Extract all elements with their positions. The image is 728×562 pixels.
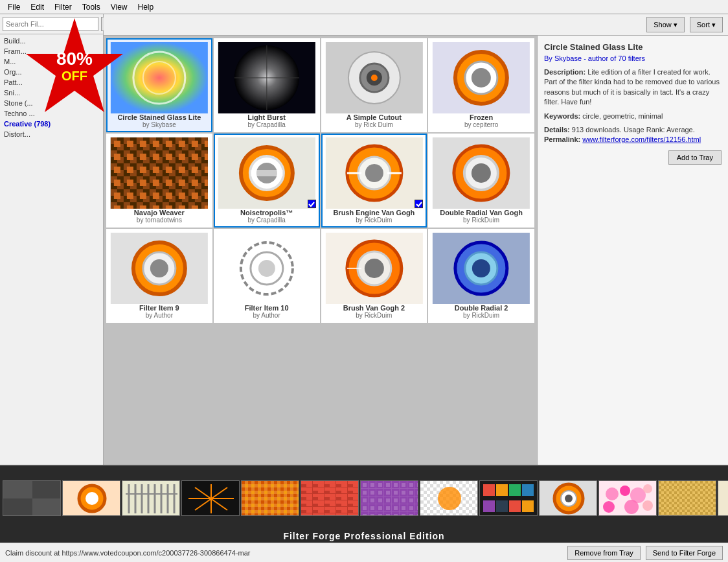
filter-author-9: by Author [218,312,316,319]
filter-item-7[interactable]: Double Radial Van Gogh by RickDuim [428,134,534,228]
tray-item-3[interactable] [181,480,240,516]
send-to-filter-forge-button[interactable]: Send to Filter Forge [646,546,723,560]
content-toolbar: Show ▾ Sort ▾ [104,14,728,36]
grid-and-right: Circle Stained Glass Lite by Skybase [104,36,728,465]
svg-rect-94 [496,484,508,496]
tray-item-11[interactable] [658,480,716,516]
tray: Filter Forge Professional Edition [0,465,728,543]
search-input[interactable] [3,17,98,31]
tray-item-7[interactable] [420,480,478,516]
filter-name-9: Filter Item 10 [218,304,316,312]
sidebar-item-fram[interactable]: Fram... [1,46,102,56]
detail-title: Circle Stained Glass Lite [544,42,722,52]
filter-checkbox-6[interactable] [415,200,423,208]
filter-name-3: Frozen [432,113,530,121]
filter-grid-scroll[interactable]: Circle Stained Glass Lite by Skybase [104,36,537,465]
menu-bar: File Edit Filter Tools View Help [0,0,728,14]
svg-point-104 [565,495,573,502]
svg-rect-21 [111,137,208,209]
filter-item-2[interactable]: A Simple Cutout by Rick Duim [321,38,427,132]
sidebar-item-creative[interactable]: Creative (798) [1,119,102,129]
keywords-label: Keywords: [544,112,580,120]
svg-point-15 [472,68,491,88]
filter-item-1[interactable]: Light Burst by Crapadilla [214,38,320,132]
menu-edit[interactable]: Edit [25,1,49,13]
filter-item-6[interactable]: Brush Engine Van Gogh by RickDuim [321,134,427,228]
status-bar: Claim discount at https://www.votedcoupo… [0,543,728,562]
menu-view[interactable]: View [106,1,133,13]
description-label: Description: [544,68,586,76]
sidebar: Find Build... Fram... M... Org... Patt..… [0,14,104,465]
svg-rect-96 [522,484,534,496]
svg-point-40 [150,259,168,277]
filter-item-4[interactable]: Navajo Weaver by tornadotwins [106,134,212,228]
svg-point-30 [365,164,383,182]
filter-author-6: by RickDuim [325,217,424,224]
sidebar-item-distort[interactable]: Distort... [1,129,102,139]
menu-filter[interactable]: Filter [49,1,77,13]
filter-item-0[interactable]: Circle Stained Glass Lite by Skybase [106,38,212,132]
remove-from-tray-button[interactable]: Remove from Tray [567,546,640,560]
filter-name-0: Circle Stained Glass Lite [110,113,209,121]
tray-item-10[interactable] [598,480,657,516]
tray-item-8[interactable] [479,480,538,516]
tray-label: Filter Forge Professional Edition [0,530,728,543]
status-text: Claim discount at https://www.votedcoupo… [5,549,562,557]
tray-item-5[interactable] [301,480,359,516]
svg-rect-26 [251,170,283,176]
svg-rect-97 [483,500,495,512]
sidebar-item-org[interactable]: Org... [1,67,102,77]
filter-author-2: by Rick Duim [325,121,424,128]
tray-item-2[interactable] [122,480,180,516]
filter-item-8[interactable]: Filter Item 9 by Author [106,229,212,323]
svg-rect-55 [3,481,32,498]
sidebar-item-sni[interactable]: Sni... [1,88,102,98]
sidebar-item-build[interactable]: Build... [1,36,102,46]
sidebar-item-techno[interactable]: Techno ... [1,108,102,119]
tray-item-12[interactable] [718,480,728,516]
svg-rect-60 [122,481,180,516]
tray-item-6[interactable] [360,480,418,516]
svg-point-11 [370,75,377,81]
sidebar-item-stone[interactable]: Stone (... [1,98,102,108]
menu-file[interactable]: File [3,1,25,13]
svg-point-48 [364,259,383,278]
show-button[interactable]: Show ▾ [646,17,685,32]
svg-rect-99 [509,500,521,512]
menu-tools[interactable]: Tools [77,1,106,13]
filter-item-3[interactable]: Frozen by cepiterro [428,38,534,132]
tray-images[interactable] [0,466,728,530]
filter-name-1: Light Burst [218,113,316,121]
filter-name-2: A Simple Cutout [325,113,424,121]
details-text: 913 downloads. Usage Rank: Average. [572,126,695,134]
svg-rect-86 [361,481,418,516]
filter-checkbox-5[interactable] [308,200,316,208]
filter-grid: Circle Stained Glass Lite by Skybase [104,36,537,325]
filter-name-7: Double Radial Van Gogh [432,209,530,217]
filter-author-4: by tornadotwins [110,217,209,224]
sidebar-item-m[interactable]: M... [1,56,102,67]
tray-item-9[interactable] [539,480,597,516]
tray-item-4[interactable] [241,480,299,516]
content-area: Show ▾ Sort ▾ [104,14,728,465]
svg-point-109 [643,484,652,493]
sidebar-item-patt[interactable]: Patt... [1,77,102,88]
permalink-link[interactable]: www.filterforge.com/filters/12156.html [582,135,701,143]
tray-item-0[interactable] [3,480,61,516]
filter-item-9[interactable]: Filter Item 10 by Author [214,229,320,323]
add-to-tray-button[interactable]: Add to Tray [668,150,722,165]
filter-name-11: Double Radial 2 [432,304,530,312]
filter-item-11[interactable]: Double Radial 2 by RickDuim [428,229,534,323]
svg-point-106 [606,487,619,500]
svg-point-111 [624,500,639,514]
filter-item-5[interactable]: Noisetropolis™ by Crapadilla [214,134,320,228]
sort-button[interactable]: Sort ▾ [690,17,723,32]
menu-help[interactable]: Help [133,1,159,13]
filter-item-10[interactable]: Brush Van Gogh 2 by RickDuim [321,229,427,323]
svg-point-112 [643,500,653,511]
filter-name-4: Navajo Weaver [110,209,209,217]
detail-author: By Skybase - author of 70 filters [544,54,722,62]
filter-author-11: by RickDuim [432,312,530,319]
svg-point-59 [85,492,98,505]
tray-item-1[interactable] [62,480,120,516]
